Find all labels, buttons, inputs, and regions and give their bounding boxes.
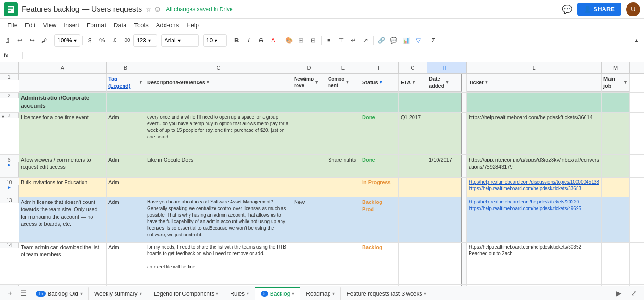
- font-color-button[interactable]: A: [268, 34, 279, 47]
- share-button[interactable]: 👤 SHARE: [577, 3, 621, 16]
- col-header-m[interactable]: M: [602, 62, 630, 73]
- collapse-button[interactable]: ▲: [631, 34, 642, 47]
- col-header-f[interactable]: F: [360, 62, 399, 73]
- row-num-3[interactable]: 3 ▼: [0, 113, 19, 118]
- menu-view[interactable]: View: [39, 20, 60, 31]
- tab-menu-backlog-old[interactable]: ▾: [80, 291, 83, 296]
- folder-icon[interactable]: ⛁: [155, 6, 160, 13]
- menu-edit[interactable]: Edit: [21, 20, 39, 31]
- strikethrough-button[interactable]: S: [256, 34, 267, 47]
- font-dropdown[interactable]: Arial ▾: [161, 34, 199, 47]
- menu-data[interactable]: Data: [110, 20, 130, 31]
- tab-menu-roadmap[interactable]: ▾: [332, 291, 335, 296]
- zoom-dropdown[interactable]: 100% ▾: [54, 34, 80, 47]
- tab-menu-backlog[interactable]: ▾: [292, 291, 294, 296]
- tab-menu-rules[interactable]: ▾: [247, 291, 249, 296]
- currency-button[interactable]: $: [84, 34, 96, 47]
- row-num-1[interactable]: 1: [0, 74, 19, 80]
- redo-button[interactable]: ↪: [26, 34, 38, 47]
- col-header-h[interactable]: H: [427, 62, 462, 73]
- col-header-a[interactable]: A: [19, 62, 107, 73]
- row-num-10[interactable]: 10: [0, 178, 19, 185]
- star-icon[interactable]: ☆: [146, 6, 152, 13]
- filter-icon-g[interactable]: ▼: [412, 80, 416, 86]
- cell-l3-text[interactable]: https://help.realtimeboard.com/helpdesk/…: [469, 114, 593, 121]
- print-button[interactable]: 🖨: [2, 34, 13, 47]
- link-button[interactable]: 🔗: [376, 34, 387, 47]
- menu-tools[interactable]: Tools: [130, 20, 152, 31]
- add-sheet-button[interactable]: +: [4, 287, 17, 300]
- paint-format-button[interactable]: 🖌: [39, 34, 50, 47]
- row-num-15[interactable]: 15: [0, 285, 19, 286]
- row-num-6[interactable]: 6: [0, 155, 19, 162]
- tab-roadmap[interactable]: Roadmap ▾: [300, 287, 341, 300]
- collapse-icon-6[interactable]: ▶: [8, 162, 11, 167]
- row-num-14[interactable]: 14: [0, 243, 19, 248]
- borders-button[interactable]: ⊞: [296, 34, 307, 47]
- col-header-g[interactable]: G: [399, 62, 427, 73]
- comment-insert-button[interactable]: 💬: [388, 34, 399, 47]
- filter-icon-l[interactable]: ▼: [485, 80, 489, 86]
- comment-button[interactable]: 💬: [562, 4, 572, 15]
- filter-icon-h[interactable]: ▼: [445, 80, 449, 86]
- menu-format[interactable]: Format: [83, 20, 110, 31]
- chart-button[interactable]: 📊: [400, 34, 412, 47]
- tab-backlog[interactable]: 5 Backlog ▾: [255, 287, 300, 300]
- wrap-button[interactable]: ↵: [348, 34, 359, 47]
- dec1-button[interactable]: .0: [109, 34, 120, 47]
- rotate-button[interactable]: ↗: [360, 34, 372, 47]
- filter-icon-c[interactable]: ▼: [206, 80, 210, 86]
- col-header-e[interactable]: E: [326, 62, 360, 73]
- tab-menu-weekly[interactable]: ▾: [140, 291, 142, 296]
- dec2-button[interactable]: .00: [121, 34, 132, 47]
- col-header-l[interactable]: L: [467, 62, 602, 73]
- format-dropdown[interactable]: 123 ▾: [133, 34, 157, 47]
- functions-button[interactable]: Σ: [428, 34, 439, 47]
- menu-help[interactable]: Help: [182, 20, 203, 31]
- cell-l10-text[interactable]: http://help.realtimeboard.com/discussion…: [469, 179, 599, 192]
- expand-icon-3[interactable]: ▼: [1, 114, 17, 119]
- tab-legend[interactable]: Legend for Components ▾: [148, 287, 225, 300]
- menu-insert[interactable]: Insert: [60, 20, 83, 31]
- filter-button[interactable]: ▽: [413, 34, 424, 47]
- filter-icon-d[interactable]: ▼: [314, 80, 319, 86]
- row-num-13[interactable]: 13: [0, 197, 19, 203]
- filter-icon-e[interactable]: ▼: [345, 80, 349, 86]
- user-avatar[interactable]: U: [626, 2, 640, 16]
- cell-reference[interactable]: fx: [4, 52, 23, 59]
- cell-l6-text[interactable]: https://app.intercom.io/a/apps/d3rgz8ky/…: [469, 156, 599, 171]
- percent-button[interactable]: %: [97, 34, 108, 47]
- expand-sheets-button[interactable]: ⤢: [627, 287, 640, 300]
- collapse-icon-10[interactable]: ▶: [8, 185, 11, 190]
- bold-button[interactable]: B: [231, 34, 242, 47]
- col-header-b[interactable]: B: [107, 62, 145, 73]
- italic-button[interactable]: I: [243, 34, 255, 47]
- col-header-d[interactable]: D: [292, 62, 326, 73]
- merge-button[interactable]: ⊟: [308, 34, 319, 47]
- cell-l13-text[interactable]: http://help.realtimeboard.com/helpdesk/t…: [469, 199, 581, 212]
- menu-file[interactable]: File: [4, 20, 21, 31]
- filter-icon-b[interactable]: ▼: [139, 80, 143, 86]
- align-button[interactable]: ≡: [323, 34, 335, 47]
- cell-f1-text: Status: [362, 79, 378, 86]
- filter-icon-f[interactable]: ▼: [379, 80, 383, 86]
- menu-addons[interactable]: Add-ons: [152, 20, 182, 31]
- sheet-list-button[interactable]: ☰: [17, 287, 30, 300]
- col-header-i[interactable]: [462, 62, 467, 73]
- fill-color-button[interactable]: 🎨: [283, 34, 295, 47]
- tab-weekly-summary[interactable]: Weekly summary ▾: [89, 287, 148, 300]
- row-num-2[interactable]: 2: [0, 93, 19, 98]
- tab-rules[interactable]: Rules ▾: [224, 287, 255, 300]
- tab-menu-feature-requests[interactable]: ▾: [424, 291, 426, 296]
- tab-menu-legend[interactable]: ▾: [216, 291, 218, 296]
- undo-button[interactable]: ↩: [14, 34, 25, 47]
- valign-button[interactable]: ⊤: [336, 34, 347, 47]
- scroll-tabs-right[interactable]: ▶: [612, 287, 625, 300]
- col-header-c[interactable]: C: [145, 62, 292, 73]
- sheet-scroll[interactable]: A B C D E F G H L M 1 Tag (Legend) ▼ Des…: [0, 62, 644, 286]
- filter-icon-m[interactable]: ▼: [623, 80, 627, 86]
- font-size-dropdown[interactable]: 10 ▾: [203, 34, 227, 47]
- tab-backlog-old[interactable]: 15 Backlog Old ▾: [30, 287, 89, 300]
- tab-feature-requests[interactable]: Feature requests last 3 weeks ▾: [341, 287, 432, 300]
- cell-l14-text[interactable]: https://help.realtimeboard.com/helpdesk/…: [469, 244, 581, 257]
